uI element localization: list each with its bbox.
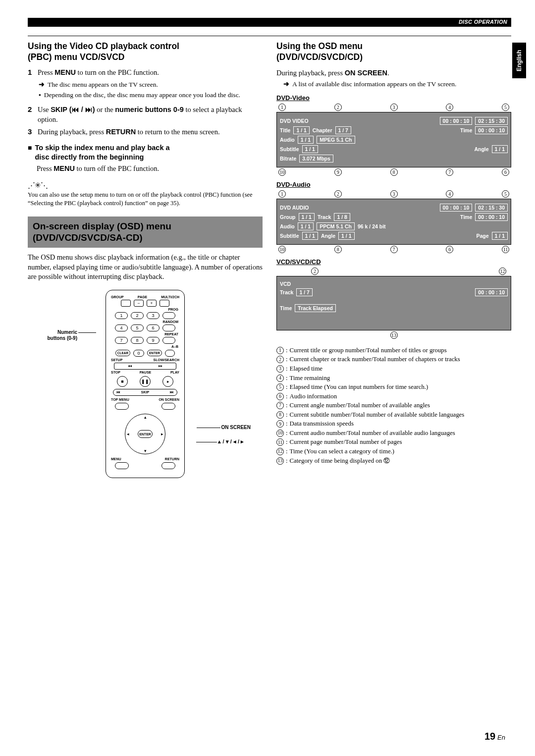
bullet-icon: • — [39, 91, 41, 100]
legend-item: 4:Time remaining — [276, 374, 511, 383]
skip-icons: ⏮ / ⏭ — [72, 106, 93, 113]
osd-paragraph: The OSD menu shows disc playback informa… — [28, 253, 263, 282]
repeat-button[interactable] — [162, 337, 175, 344]
return-button[interactable] — [161, 462, 175, 469]
dpad[interactable]: ▴ ▾ ◂ ▸ ENTER — [123, 412, 167, 456]
step2-mid: or the — [95, 106, 115, 113]
legend-item: 13:Category of time being displayed on ⑫ — [276, 456, 511, 466]
remote-diagram: Numericbuttons (0-9) GROUPPAGEMULTI/2CH … — [28, 290, 263, 478]
arrow-icon: ➜ — [39, 80, 45, 90]
legend-item: 8:Current subtitle number/Total number o… — [276, 410, 511, 420]
onscreen-button[interactable] — [161, 403, 175, 410]
skip-prev-icon: ⏮ — [116, 390, 120, 394]
num-7[interactable]: 7 — [115, 337, 128, 344]
heading-osd: Using the OSD menu (DVD/VCD/SVCD/CD) — [276, 41, 511, 63]
subhead-dvdvideo: DVD-Video — [276, 94, 511, 102]
legend-item: 7:Current angle number/Total number of a… — [276, 401, 511, 410]
label-prog: PROG — [112, 308, 178, 311]
enter-button[interactable]: ENTER — [147, 350, 162, 356]
label-multi: MULTI/2CH — [161, 295, 179, 299]
down-icon: ▾ — [144, 448, 147, 453]
right-icon: ▸ — [161, 432, 163, 436]
num-5[interactable]: 5 — [131, 324, 144, 331]
legend-item: 5:Elapsed time (You can input numbers fo… — [276, 382, 511, 392]
osd-banner-l1: On-screen display (OSD) menu — [33, 221, 171, 231]
markers-bot-vcd: 13 — [276, 331, 511, 339]
group-button[interactable] — [121, 300, 131, 307]
play-button[interactable]: ▸ — [162, 376, 173, 387]
stop-button[interactable]: ■ — [117, 376, 128, 387]
num-9[interactable]: 9 — [147, 337, 160, 344]
prog-button[interactable] — [162, 312, 175, 319]
osd-dvdaudio: DVD AUDIO 00 : 00 : 10 02 : 15 : 30 Grou… — [276, 199, 511, 245]
random-button[interactable] — [162, 324, 175, 331]
skip-bar[interactable]: ⏮SKIP⏭ — [113, 389, 177, 396]
step-1: 1 Press MENU to turn on the PBC function… — [28, 68, 263, 78]
step1-menu: MENU — [54, 68, 76, 76]
legend-item: 3:Elapsed time — [276, 364, 511, 374]
num-0[interactable]: 0 — [133, 350, 144, 357]
step3-pre: During playback, press — [38, 128, 106, 136]
arrow-icon: ➜ — [283, 80, 289, 89]
skip-pre: Press — [37, 164, 54, 172]
osd-dvdvideo: DVD VIDEO 00 : 00 : 10 02 : 15 : 30 Titl… — [276, 112, 511, 167]
enter-center-button[interactable]: ENTER — [138, 430, 153, 438]
heading-pbc-line1: Using the Video CD playback control — [28, 41, 179, 51]
step2-pre: Use — [38, 106, 51, 113]
menu-button[interactable] — [115, 462, 129, 469]
page-minus-button[interactable]: − — [134, 300, 144, 307]
num-3[interactable]: 3 — [147, 312, 160, 319]
osd-banner: On-screen display (OSD) menu (DVD/VCD/SV… — [28, 216, 263, 248]
hint-icon: ⋰✳⋱ — [28, 181, 263, 190]
legend: 1:Current title or group number/Total nu… — [276, 346, 511, 465]
ab-button[interactable] — [165, 350, 175, 357]
heading-pbc-line2: PBC) menu VCD/SVCD — [31, 52, 125, 62]
clear-button[interactable]: CLEAR — [115, 350, 130, 356]
num-2[interactable]: 2 — [131, 312, 144, 319]
skip-h2: disc directly from the beginning — [35, 153, 144, 161]
osd-intro: During playback, press ON SCREEN. — [276, 68, 511, 78]
label-slow: SLOW/SEARCH — [154, 358, 180, 362]
label-setup: SETUP — [111, 358, 122, 362]
step3-post: to return to the menu screen. — [136, 128, 220, 136]
legend-item: 9:Data transmission speeds — [276, 419, 511, 429]
page-number: 19 En — [484, 731, 505, 742]
language-tab: English — [512, 43, 526, 78]
label-return: RETURN — [165, 457, 179, 461]
num-4[interactable]: 4 — [115, 324, 128, 331]
step1-note-b: Depending on the disc, the disc menu may… — [44, 91, 240, 100]
slow-search-bar[interactable]: ◂◂▸▸ — [114, 363, 176, 370]
callout-numeric: Numericbuttons (0-9) — [38, 329, 77, 341]
step2-skip: SKIP ( — [51, 106, 71, 113]
num-6[interactable]: 6 — [147, 324, 160, 331]
label-random: RANDOM — [112, 320, 178, 324]
skip-heading: ■ To skip the index menu and play back a… — [28, 143, 263, 162]
skip-body: Press MENU to turn off the PBC function. — [37, 163, 263, 173]
skip-post: to turn off the PBC function. — [75, 164, 159, 172]
markers-top-vcd: 2 12 — [276, 268, 511, 275]
heading-osd-l2: DVD/VCD/SVCD/CD) — [279, 52, 363, 62]
topmenu-button[interactable] — [115, 403, 129, 410]
right-column: Using the OSD menu (DVD/VCD/SVCD/CD) Dur… — [276, 41, 511, 478]
step-3: 3 During playback, press RETURN to retur… — [28, 127, 263, 137]
skip-next-icon: ⏭ — [170, 390, 174, 394]
intro-note: A list of available disc information app… — [292, 80, 456, 89]
label-page: PAGE — [138, 295, 147, 299]
page-plus-button[interactable]: + — [147, 300, 157, 307]
step1-post: to turn on the PBC function. — [76, 68, 159, 76]
num-8[interactable]: 8 — [131, 337, 144, 344]
section-tag: DISC OPERATION — [459, 19, 507, 25]
step3-return: RETURN — [106, 128, 136, 136]
multi-button[interactable] — [160, 300, 169, 307]
num-1[interactable]: 1 — [115, 312, 128, 319]
label-ab: A–B — [112, 345, 178, 348]
square-bullet-icon: ■ — [28, 143, 32, 162]
pause-button[interactable]: ❚❚ — [140, 376, 151, 387]
left-column: Using the Video CD playback control (PBC… — [28, 41, 263, 478]
markers-bot-dvdvideo: 10 9 8 7 6 — [276, 168, 511, 176]
up-icon: ▴ — [144, 415, 147, 420]
label-topmenu: TOP MENU — [111, 398, 129, 401]
step1-pre: Press — [38, 68, 54, 76]
hint-text: You can also use the setup menu to turn … — [28, 191, 263, 208]
legend-item: 10:Current audio number/Total number of … — [276, 429, 511, 438]
